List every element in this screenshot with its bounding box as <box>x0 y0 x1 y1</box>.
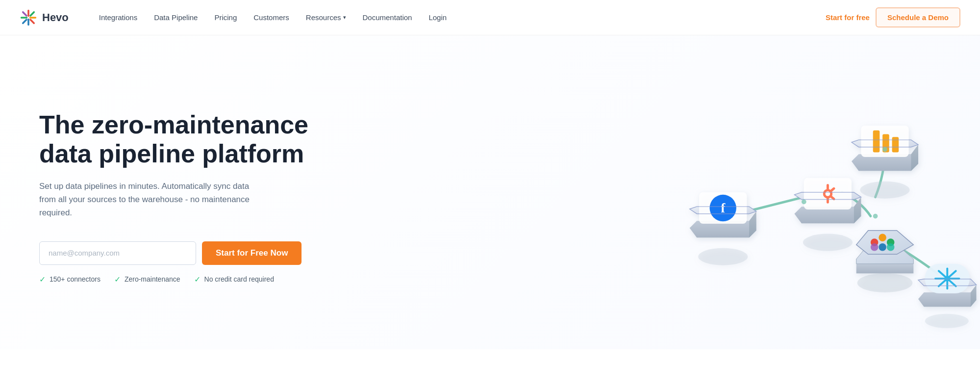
svg-line-7 <box>23 20 26 23</box>
svg-point-42 <box>879 234 886 242</box>
start-free-button[interactable]: Start for Free Now <box>202 241 302 265</box>
svg-point-17 <box>698 248 748 265</box>
svg-point-47 <box>925 314 969 328</box>
svg-line-6 <box>30 12 34 15</box>
pipeline-svg: f <box>652 50 980 335</box>
trust-badges: ✓ 150+ connectors ✓ Zero-maintenance ✓ N… <box>39 275 324 284</box>
svg-marker-10 <box>911 145 918 171</box>
check-icon-connectors: ✓ <box>39 275 46 284</box>
badge-no-credit-card: ✓ No credit card required <box>194 275 274 284</box>
svg-point-45 <box>871 243 879 251</box>
svg-line-4 <box>23 12 26 15</box>
hero-illustration: f <box>647 35 980 349</box>
hero-section: The zero-maintenance data pipeline platf… <box>0 35 980 349</box>
nav-login[interactable]: Login <box>422 9 453 26</box>
email-form: Start for Free Now <box>39 241 324 265</box>
svg-point-8 <box>860 182 909 199</box>
navigation: Hevo Integrations Data Pipeline Pricing … <box>0 0 980 35</box>
start-free-link[interactable]: Start for free <box>826 13 870 22</box>
svg-marker-19 <box>749 211 756 237</box>
svg-point-56 <box>944 276 950 282</box>
svg-line-5 <box>30 20 34 23</box>
svg-point-46 <box>887 243 895 251</box>
check-icon-no-credit-card: ✓ <box>194 275 201 284</box>
svg-marker-48 <box>918 292 977 307</box>
logo-text: Hevo <box>42 11 69 24</box>
badge-zero-maintenance: ✓ Zero-maintenance <box>114 275 180 284</box>
svg-marker-38 <box>856 264 914 273</box>
svg-point-37 <box>857 273 913 292</box>
resources-chevron-icon: ▾ <box>343 14 346 21</box>
hero-subtitle: Set up data pipelines in minutes. Automa… <box>39 180 265 220</box>
badge-connectors: ✓ 150+ connectors <box>39 275 101 284</box>
hero-content: The zero-maintenance data pipeline platf… <box>39 110 324 284</box>
svg-text:f: f <box>721 201 726 215</box>
hero-title: The zero-maintenance data pipeline platf… <box>39 110 324 167</box>
svg-marker-49 <box>971 285 977 307</box>
nav-data-pipeline[interactable]: Data Pipeline <box>147 9 204 26</box>
nav-documentation[interactable]: Documentation <box>356 9 419 26</box>
svg-rect-13 <box>873 130 880 153</box>
nav-pricing[interactable]: Pricing <box>207 9 244 26</box>
hevo-logo-icon <box>20 9 37 26</box>
svg-point-44 <box>879 243 886 251</box>
nav-customers[interactable]: Customers <box>247 9 296 26</box>
nav-resources[interactable]: Resources ▾ <box>299 9 353 26</box>
nav-cta: Start for free Schedule a Demo <box>826 7 960 27</box>
nav-integrations[interactable]: Integrations <box>92 9 144 26</box>
svg-point-58 <box>802 200 806 205</box>
svg-rect-15 <box>892 137 899 152</box>
svg-point-25 <box>803 234 853 251</box>
nav-links: Integrations Data Pipeline Pricing Custo… <box>92 9 826 26</box>
check-icon-zero-maintenance: ✓ <box>114 275 121 284</box>
email-input[interactable] <box>39 241 196 265</box>
schedule-demo-button[interactable]: Schedule a Demo <box>876 7 960 27</box>
svg-point-59 <box>882 147 887 152</box>
svg-point-60 <box>873 214 878 219</box>
logo-link[interactable]: Hevo <box>20 9 69 26</box>
